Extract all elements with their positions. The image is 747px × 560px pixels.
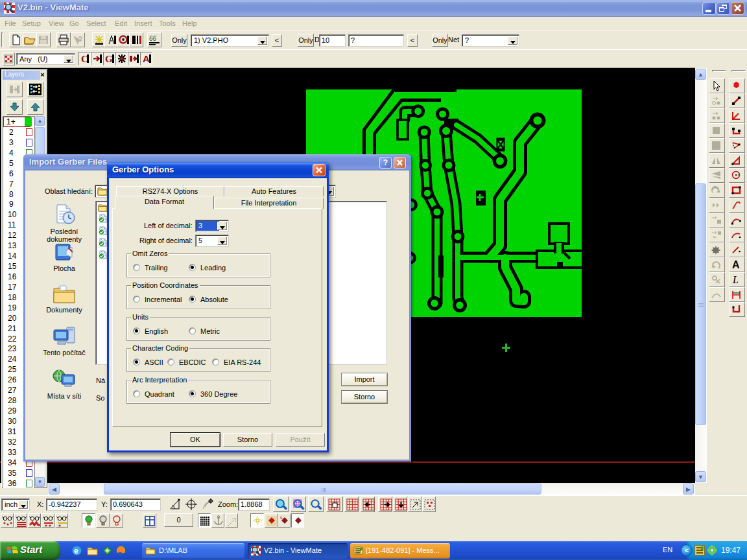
svg-text:s: s <box>280 515 283 520</box>
svg-text:e: e <box>74 546 78 555</box>
svg-text:G: G <box>105 54 113 64</box>
svg-text:A: A <box>143 53 150 64</box>
svg-text:L: L <box>732 274 739 285</box>
svg-text:?: ? <box>78 35 82 44</box>
svg-text:A: A <box>732 259 740 270</box>
svg-text:66: 66 <box>149 35 157 42</box>
